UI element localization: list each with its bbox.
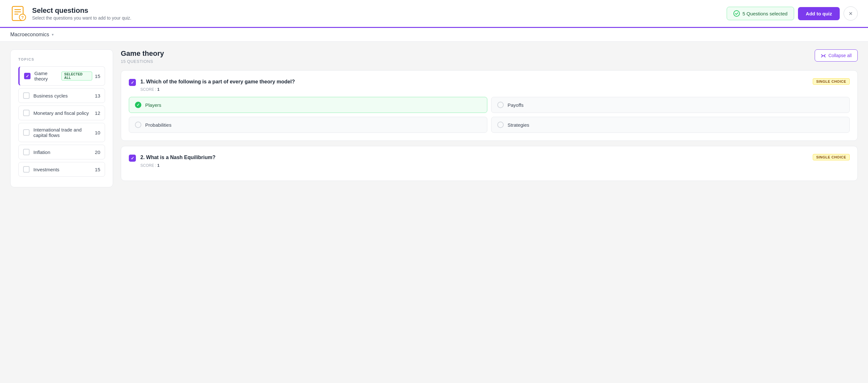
topic-item[interactable]: Monetary and fiscal policy12 [18,106,105,120]
header-right: 5 Questions selected Add to quiz × [727,6,858,21]
collapse-all-label: Collapse all [829,53,851,58]
question-header-left: 2. What is a Nash Equilibrium?SCORE : 1 [129,154,813,168]
topics-list: Game theorySELECTED ALL15Business cycles… [18,66,105,177]
topic-item-right: 10 [95,130,100,135]
topic-item-left: Game theory [24,71,61,81]
topic-item[interactable]: Business cycles13 [18,88,105,103]
topic-checkbox[interactable] [23,110,30,116]
topic-item-right: 13 [95,93,100,99]
question-score: SCORE : 1 [141,87,295,92]
topic-item[interactable]: International trade and capital flows10 [18,123,105,142]
question-type-badge: SINGLE CHOICE [813,78,850,85]
topic-checkbox[interactable] [24,73,31,79]
questions-header: Game theory 15 QUESTIONS Collapse all [121,49,858,64]
topic-item-right: SELECTED ALL15 [61,72,100,80]
topic-count: 10 [95,130,100,135]
answer-option[interactable]: Probabilities [129,117,487,133]
radio-circle [135,121,141,128]
topic-count: 12 [95,110,100,116]
questions-title: Game theory [121,49,164,58]
header-title-block: Select questions Select the questions yo… [32,6,131,21]
topic-count: 13 [95,93,100,99]
topic-item[interactable]: Investments15 [18,162,105,177]
questions-selected-badge: 5 Questions selected [727,7,794,20]
check-circle-icon [734,10,740,17]
svg-point-6 [734,10,740,16]
svg-text:?: ? [21,15,24,20]
topics-panel: TOPICS Game theorySELECTED ALL15Business… [10,49,113,187]
chevron-down-icon: ▾ [52,32,54,37]
questions-count: 15 QUESTIONS [121,59,164,64]
topic-item[interactable]: Inflation20 [18,145,105,160]
questions-selected-label: 5 Questions selected [742,11,787,16]
topic-checkbox[interactable] [23,92,30,99]
questions-title-block: Game theory 15 QUESTIONS [121,49,164,64]
answer-text: Payoffs [507,102,524,108]
radio-circle [497,102,504,108]
topic-item-left: Business cycles [23,92,68,99]
answer-option[interactable]: Payoffs [491,97,850,113]
topic-item-left: International trade and capital flows [23,127,95,138]
question-score: SCORE : 1 [141,163,216,168]
topic-count: 15 [95,73,100,79]
topic-checkbox[interactable] [23,166,30,173]
topic-name: Monetary and fiscal policy [33,110,89,116]
topics-label: TOPICS [18,58,105,61]
topic-item[interactable]: Game theorySELECTED ALL15 [18,66,105,85]
questions-panel: Game theory 15 QUESTIONS Collapse all 1.… [121,49,858,187]
question-card: 2. What is a Nash Equilibrium?SCORE : 1S… [121,146,858,181]
topic-item-left: Inflation [23,149,51,155]
collapse-all-button[interactable]: Collapse all [815,49,858,62]
header: ? Select questions Select the questions … [0,0,868,28]
radio-circle [497,121,504,128]
topic-name: Investments [33,167,59,172]
topic-item-right: 20 [95,149,100,155]
question-checkbox[interactable] [129,154,136,162]
close-button[interactable]: × [844,6,858,21]
question-type-badge: SINGLE CHOICE [813,154,850,161]
quiz-icon: ? [10,5,27,22]
question-text: 1. Which of the following is a part of e… [141,78,295,85]
topic-name: International trade and capital flows [33,127,95,138]
answer-option[interactable]: Players [129,97,487,113]
radio-circle [135,102,141,108]
header-left: ? Select questions Select the questions … [10,5,131,22]
question-checkbox[interactable] [129,79,136,86]
answer-text: Strategies [507,122,529,128]
subject-dropdown[interactable]: Macroeconomics ▾ [10,32,54,38]
questions-list: 1. Which of the following is a part of e… [121,70,858,181]
topic-count: 15 [95,167,100,172]
question-card: 1. Which of the following is a part of e… [121,70,858,141]
answer-text: Players [145,102,161,108]
topic-item-right: 12 [95,110,100,116]
question-text-block: 2. What is a Nash Equilibrium?SCORE : 1 [141,154,216,168]
topic-item-left: Monetary and fiscal policy [23,110,89,116]
topic-checkbox[interactable] [23,129,30,136]
topic-item-left: Investments [23,166,59,173]
topic-name: Inflation [33,149,51,155]
collapse-icon [821,53,826,58]
selected-all-badge: SELECTED ALL [61,72,92,80]
subject-bar: Macroeconomics ▾ [0,28,868,42]
answer-options: PlayersPayoffsProbabilitiesStrategies [129,97,850,133]
add-to-quiz-button[interactable]: Add to quiz [798,7,840,20]
topic-name: Game theory [34,71,61,81]
question-header: 2. What is a Nash Equilibrium?SCORE : 1S… [129,154,850,168]
answer-option[interactable]: Strategies [491,117,850,133]
header-subtitle: Select the questions you want to add to … [32,15,131,21]
subject-name: Macroeconomics [10,32,49,38]
question-header-left: 1. Which of the following is a part of e… [129,78,813,92]
question-text: 2. What is a Nash Equilibrium? [141,154,216,161]
main-content: TOPICS Game theorySELECTED ALL15Business… [0,42,868,195]
header-title: Select questions [32,6,131,15]
topic-checkbox[interactable] [23,149,30,155]
topic-count: 20 [95,149,100,155]
topic-item-right: 15 [95,167,100,172]
answer-text: Probabilities [145,122,172,128]
topic-name: Business cycles [33,93,68,99]
question-header: 1. Which of the following is a part of e… [129,78,850,92]
question-text-block: 1. Which of the following is a part of e… [141,78,295,92]
